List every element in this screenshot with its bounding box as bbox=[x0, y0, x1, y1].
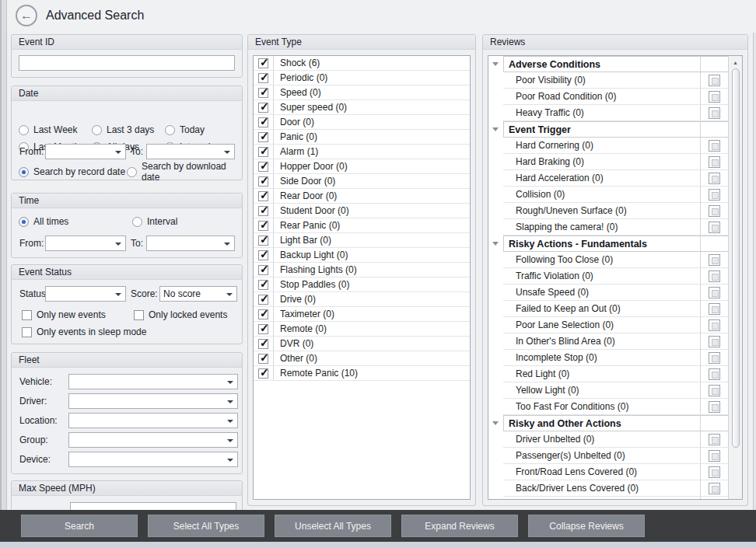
radio-icon[interactable] bbox=[165, 125, 175, 135]
review-item-row[interactable]: Driver Smoking (0) bbox=[488, 497, 728, 500]
review-item-row[interactable]: Hard Braking (0) bbox=[488, 154, 728, 170]
review-item-row[interactable]: Rough/Uneven Surface (0) bbox=[488, 203, 728, 219]
checkbox-icon[interactable] bbox=[709, 156, 720, 168]
checkbox-icon[interactable] bbox=[709, 222, 720, 233]
checkbox-icon[interactable] bbox=[709, 450, 720, 462]
checkbox-icon[interactable] bbox=[22, 310, 32, 320]
checkbox-icon[interactable] bbox=[709, 466, 720, 478]
review-item-row[interactable]: Yellow Light (0) bbox=[488, 382, 728, 399]
review-category-row[interactable]: Risky and Other Actions bbox=[488, 415, 728, 431]
checkbox-icon[interactable] bbox=[258, 176, 268, 187]
event-type-row[interactable]: Shock (6) bbox=[254, 56, 470, 71]
collapse-triangle-icon[interactable] bbox=[488, 415, 503, 431]
checkbox-icon[interactable] bbox=[258, 58, 268, 68]
review-item-row[interactable]: Front/Road Lens Covered (0) bbox=[488, 464, 728, 480]
checkbox-icon[interactable] bbox=[258, 309, 268, 319]
date-radio-last-3-days[interactable]: Last 3 days bbox=[92, 124, 154, 135]
date-radio-search-by-download-date[interactable]: Search by download date bbox=[127, 166, 242, 177]
checkbox-icon[interactable] bbox=[709, 434, 720, 445]
checkbox-icon[interactable] bbox=[258, 132, 268, 142]
review-category-row[interactable]: Risky Actions - Fundamentals bbox=[488, 236, 728, 252]
review-item-row[interactable]: Following Too Close (0) bbox=[488, 252, 728, 268]
date-radio-search-by-record-date[interactable]: Search by record date bbox=[19, 166, 125, 177]
checkbox-icon[interactable] bbox=[258, 324, 268, 334]
event-type-row[interactable]: Periodic (0) bbox=[254, 71, 470, 86]
checkbox-icon[interactable] bbox=[258, 250, 268, 260]
checkbox-icon[interactable] bbox=[258, 265, 268, 275]
checkbox-icon[interactable] bbox=[258, 354, 268, 364]
checkbox-icon[interactable] bbox=[709, 91, 720, 103]
checkbox-icon[interactable] bbox=[258, 73, 268, 83]
checkbox-icon[interactable] bbox=[709, 385, 720, 396]
search-button[interactable]: Search bbox=[21, 515, 138, 537]
checkbox-icon[interactable] bbox=[709, 499, 720, 501]
radio-icon[interactable] bbox=[127, 167, 137, 177]
checkbox-icon[interactable] bbox=[258, 221, 268, 231]
event-type-row[interactable]: Flashing Lights (0) bbox=[254, 263, 470, 277]
event-type-row[interactable]: Student Door (0) bbox=[254, 204, 470, 218]
radio-icon[interactable] bbox=[19, 125, 29, 135]
unselect-all-types-button[interactable]: Unselect All Types bbox=[275, 515, 391, 537]
date-to-combo[interactable] bbox=[146, 144, 235, 159]
back-button[interactable]: ← bbox=[16, 5, 37, 26]
event-type-row[interactable]: Other (0) bbox=[254, 351, 470, 366]
checkbox-icon[interactable] bbox=[709, 75, 720, 86]
radio-icon[interactable] bbox=[19, 217, 29, 227]
date-radio-last-week[interactable]: Last Week bbox=[19, 124, 77, 135]
checkbox-icon[interactable] bbox=[709, 352, 720, 364]
select-all-types-button[interactable]: Select All Types bbox=[148, 515, 264, 537]
time-radio-interval[interactable]: Interval bbox=[132, 216, 177, 227]
checkbox-icon[interactable] bbox=[258, 162, 268, 172]
checkbox-icon[interactable] bbox=[258, 295, 268, 305]
review-item-row[interactable]: Poor Lane Selection (0) bbox=[488, 317, 728, 333]
event-type-row[interactable]: Rear Door (0) bbox=[254, 189, 470, 204]
checkbox-icon[interactable] bbox=[258, 280, 268, 290]
review-item-row[interactable]: Red Light (0) bbox=[488, 366, 728, 382]
event-type-row[interactable]: Backup Light (0) bbox=[254, 248, 470, 263]
event-type-row[interactable]: Light Bar (0) bbox=[254, 233, 470, 248]
fleet-combo-driver[interactable] bbox=[68, 393, 238, 409]
event-type-row[interactable]: Hopper Door (0) bbox=[254, 159, 470, 174]
collapse-triangle-icon[interactable] bbox=[488, 121, 503, 138]
checkbox-icon[interactable] bbox=[258, 236, 268, 246]
review-item-row[interactable]: Heavy Traffic (0) bbox=[488, 105, 728, 121]
checkbox-icon[interactable] bbox=[134, 310, 144, 320]
checkbox-icon[interactable] bbox=[258, 368, 268, 379]
event-type-row[interactable]: Alarm (1) bbox=[254, 145, 470, 159]
checkbox-icon[interactable] bbox=[709, 271, 720, 282]
event-type-row[interactable]: Taximeter (0) bbox=[254, 307, 470, 322]
event-type-row[interactable]: Door (0) bbox=[254, 115, 470, 130]
checkbox-icon[interactable] bbox=[709, 173, 720, 184]
check-only-events-in-sleep-mode[interactable]: Only events in sleep mode bbox=[22, 326, 146, 337]
checkbox-icon[interactable] bbox=[709, 287, 720, 298]
radio-icon[interactable] bbox=[132, 217, 142, 227]
event-type-row[interactable]: Stop Paddles (0) bbox=[254, 277, 470, 292]
checkbox-icon[interactable] bbox=[258, 103, 268, 113]
checkbox-icon[interactable] bbox=[258, 206, 268, 216]
collapse-triangle-icon[interactable] bbox=[488, 56, 503, 72]
time-radio-all-times[interactable]: All times bbox=[19, 216, 68, 227]
checkbox-icon[interactable] bbox=[709, 319, 720, 331]
scrollbar-thumb[interactable] bbox=[732, 68, 740, 448]
review-item-row[interactable]: Unsafe Speed (0) bbox=[488, 284, 728, 301]
event-type-row[interactable]: Speed (0) bbox=[254, 86, 470, 100]
event-type-row[interactable]: Rear Panic (0) bbox=[254, 218, 470, 233]
review-category-row[interactable]: Adverse Conditions bbox=[488, 56, 728, 72]
event-type-row[interactable]: Panic (0) bbox=[254, 130, 470, 145]
review-item-row[interactable]: Collision (0) bbox=[488, 187, 728, 203]
event-type-row[interactable]: Side Door (0) bbox=[254, 174, 470, 189]
checkbox-icon[interactable] bbox=[709, 205, 720, 217]
event-type-row[interactable]: DVR (0) bbox=[254, 337, 470, 351]
review-item-row[interactable]: Poor Visibility (0) bbox=[488, 72, 728, 89]
checkbox-icon[interactable] bbox=[258, 191, 268, 201]
checkbox-icon[interactable] bbox=[709, 254, 720, 266]
date-radio-today[interactable]: Today bbox=[165, 124, 205, 135]
review-item-row[interactable]: Poor Road Condition (0) bbox=[488, 89, 728, 105]
event-type-row[interactable]: Remote Panic (10) bbox=[254, 366, 470, 381]
review-item-row[interactable]: Hard Cornering (0) bbox=[488, 138, 728, 154]
checkbox-icon[interactable] bbox=[258, 147, 268, 157]
time-from-combo[interactable] bbox=[45, 236, 126, 251]
event-type-row[interactable]: Drive (0) bbox=[254, 292, 470, 307]
review-item-row[interactable]: Incomplete Stop (0) bbox=[488, 350, 728, 366]
event-type-row[interactable]: Super speed (0) bbox=[254, 100, 470, 115]
